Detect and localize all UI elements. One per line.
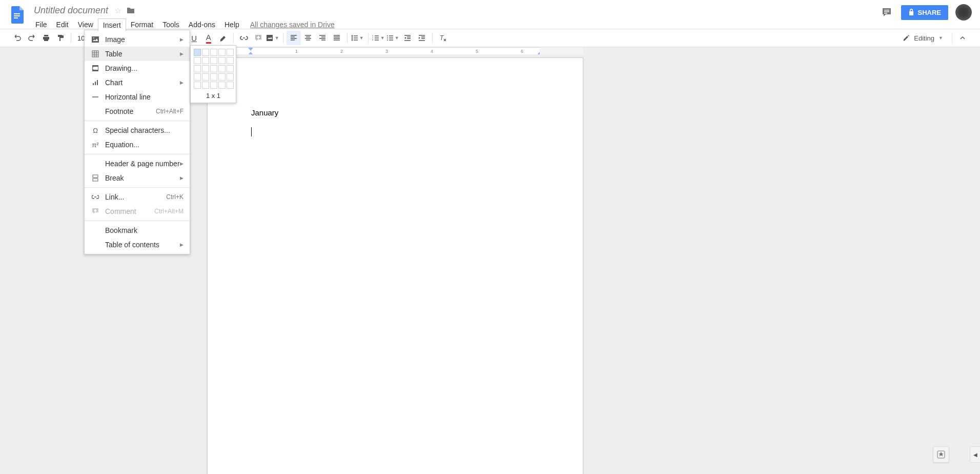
svg-rect-4	[884, 11, 889, 12]
numbered-list-button[interactable]: 123▼	[372, 31, 386, 45]
indent-marker-left-icon[interactable]	[248, 48, 253, 51]
table-grid-cell[interactable]	[218, 49, 226, 56]
table-grid-cell[interactable]	[202, 82, 209, 89]
document-page[interactable]: January	[207, 57, 583, 474]
menu-item-header-page-number[interactable]: Header & page number ▶	[85, 156, 190, 171]
chevron-right-icon: ▶	[180, 161, 183, 166]
print-button[interactable]	[39, 31, 53, 45]
save-status[interactable]: All changes saved in Drive	[250, 21, 335, 29]
folder-icon[interactable]	[127, 7, 135, 14]
redo-button[interactable]	[25, 31, 39, 45]
menu-file[interactable]: File	[31, 18, 52, 31]
link-button[interactable]	[237, 31, 251, 45]
menu-addons[interactable]: Add-ons	[184, 18, 220, 31]
highlight-button[interactable]	[216, 31, 230, 45]
paint-format-button[interactable]	[53, 31, 68, 45]
star-icon[interactable]: ☆	[114, 6, 121, 15]
ruler-tick: 4	[431, 49, 433, 54]
table-grid-cell[interactable]	[210, 57, 217, 64]
table-grid-cell[interactable]	[194, 73, 201, 81]
svg-text:3: 3	[372, 38, 374, 41]
menu-item-table[interactable]: Table ▶	[85, 47, 190, 61]
shortcut-text: Ctrl+Alt+M	[154, 208, 183, 215]
insert-image-button[interactable]: ▼	[266, 31, 280, 45]
menu-item-bookmark[interactable]: Bookmark	[85, 223, 190, 238]
table-grid-cell[interactable]	[210, 82, 217, 89]
menu-separator	[85, 187, 190, 188]
ruler-tick: 6	[521, 49, 523, 54]
table-grid-cell[interactable]	[194, 82, 201, 89]
table-grid-cell[interactable]	[202, 49, 209, 56]
menu-item-table-of-contents[interactable]: Table of contents ▶	[85, 238, 190, 252]
table-grid-cell[interactable]	[218, 73, 226, 81]
comments-button[interactable]	[880, 5, 894, 19]
share-button[interactable]: SHARE	[901, 5, 948, 20]
menu-item-image[interactable]: Image ▶	[85, 32, 190, 47]
decrease-indent-button[interactable]	[400, 31, 415, 45]
chevron-right-icon: ▶	[180, 37, 183, 42]
docs-logo[interactable]	[8, 6, 27, 25]
table-grid-cell[interactable]	[218, 57, 226, 64]
svg-rect-16	[92, 51, 98, 57]
table-grid-cell[interactable]	[227, 73, 234, 81]
table-grid-cell[interactable]	[202, 65, 209, 72]
explore-button[interactable]	[933, 446, 949, 463]
table-grid-cell[interactable]	[210, 73, 217, 81]
omega-icon: Ω	[91, 126, 100, 135]
table-grid-cell[interactable]	[194, 65, 201, 72]
table-grid-cell[interactable]	[227, 82, 234, 89]
document-text-line[interactable]: January	[251, 107, 539, 119]
table-grid-cell[interactable]	[194, 57, 201, 64]
table-grid-cell[interactable]	[194, 49, 201, 56]
menu-insert[interactable]: Insert	[98, 18, 126, 31]
align-center-button[interactable]	[301, 31, 315, 45]
table-grid-cell[interactable]	[210, 65, 217, 72]
menu-format[interactable]: Format	[126, 18, 158, 31]
table-grid-cell[interactable]	[210, 49, 217, 56]
align-left-button[interactable]	[287, 31, 301, 45]
table-grid-cell[interactable]	[227, 49, 234, 56]
menu-item-drawing[interactable]: Drawing...	[85, 61, 190, 75]
line-spacing-button[interactable]: ▼	[351, 31, 365, 45]
document-title[interactable]: Untitled document	[31, 5, 111, 16]
table-size-label: 1 x 1	[194, 92, 233, 100]
editing-mode-button[interactable]: Editing ▼	[897, 34, 949, 42]
table-grid-cell[interactable]	[218, 82, 226, 89]
align-right-button[interactable]	[315, 31, 330, 45]
menu-item-equation[interactable]: π² Equation...	[85, 137, 190, 152]
menu-item-chart[interactable]: Chart ▶	[85, 75, 190, 90]
menu-view[interactable]: View	[73, 18, 98, 31]
menu-tools[interactable]: Tools	[158, 18, 184, 31]
shortcut-text: Ctrl+Alt+F	[156, 108, 183, 115]
shortcut-text: Ctrl+K	[166, 193, 183, 201]
chevron-up-icon	[959, 35, 966, 41]
collapse-toolbar-button[interactable]	[955, 31, 970, 45]
bulleted-list-button[interactable]: ▼	[386, 31, 400, 45]
menu-item-horizontal-line[interactable]: Horizontal line	[85, 90, 190, 104]
svg-rect-0	[14, 13, 20, 14]
menu-help[interactable]: Help	[220, 18, 244, 31]
svg-rect-19	[95, 67, 98, 70]
table-grid-cell[interactable]	[227, 65, 234, 72]
table-grid-cell[interactable]	[202, 73, 209, 81]
chevron-right-icon: ▶	[180, 51, 183, 56]
menu-item-special-characters[interactable]: Ω Special characters...	[85, 123, 190, 137]
table-grid[interactable]	[194, 49, 233, 89]
explore-icon	[936, 450, 946, 459]
user-avatar[interactable]	[955, 4, 972, 21]
table-grid-cell[interactable]	[202, 57, 209, 64]
add-comment-button[interactable]	[251, 31, 266, 45]
side-panel-toggle[interactable]: ◀	[970, 446, 980, 463]
table-grid-cell[interactable]	[227, 57, 234, 64]
menu-item-link[interactable]: Link... Ctrl+K	[85, 190, 190, 204]
align-justify-button[interactable]	[330, 31, 344, 45]
increase-indent-button[interactable]	[415, 31, 429, 45]
undo-button[interactable]	[10, 31, 25, 45]
menu-edit[interactable]: Edit	[52, 18, 73, 31]
clear-formatting-button[interactable]: T	[436, 31, 450, 45]
table-grid-cell[interactable]	[218, 65, 226, 72]
menu-item-footnote[interactable]: Footnote Ctrl+Alt+F	[85, 104, 190, 118]
table-icon	[91, 49, 100, 58]
menu-item-break[interactable]: Break ▶	[85, 171, 190, 185]
text-color-button[interactable]: A	[201, 31, 216, 45]
